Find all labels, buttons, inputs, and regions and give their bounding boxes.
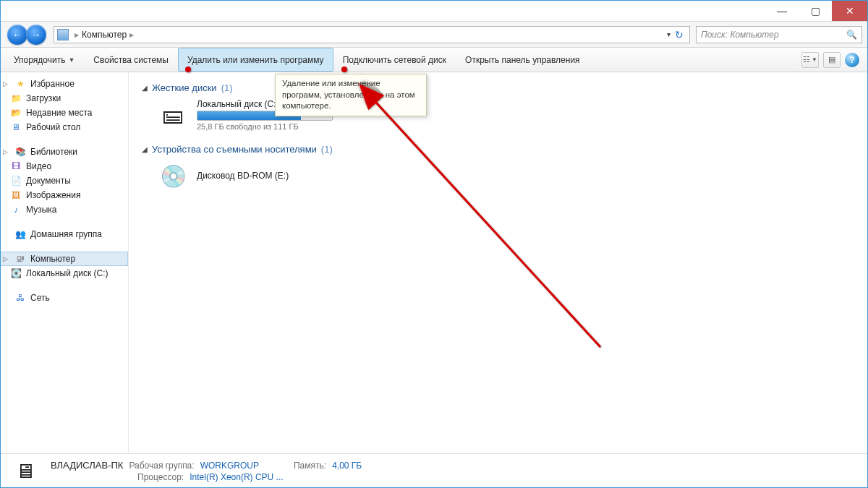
help-button[interactable]: ?	[845, 53, 859, 67]
chevron-down-icon: ▼	[812, 56, 817, 63]
recent-icon: 📂	[10, 107, 22, 119]
sidebar-homegroup[interactable]: 👥 Домашняя группа	[0, 227, 128, 241]
address-dropdown-icon[interactable]: ▾	[667, 30, 671, 38]
star-icon: ★	[14, 78, 26, 90]
breadcrumb-sep-icon: ▸	[129, 30, 134, 40]
back-button[interactable]: ←	[7, 25, 27, 45]
nav-row: ← → ▸ Компьютер ▸ ▾ ↻ Поиск: Компьютер 🔍	[0, 22, 868, 48]
arrow-left-icon: ←	[12, 29, 22, 40]
view-options-icon: ☷	[803, 55, 810, 64]
sidebar-downloads[interactable]: 📁 Загрузки	[0, 91, 128, 106]
group-label: Жесткие диски	[152, 82, 217, 93]
sidebar-item-label: Загрузки	[26, 93, 61, 103]
view-options-button[interactable]: ☷▼	[801, 52, 819, 68]
toolbar: Упорядочить▼ Свойства системы Удалить ил…	[0, 48, 868, 72]
sidebar-item-label: Изображения	[26, 190, 80, 200]
sidebar: ▷ ★ Избранное 📁 Загрузки 📂 Недавние мест…	[0, 72, 129, 453]
drive-local-c[interactable]: 🖴 Локальный диск (C:) 25,8 ГБ свободно и…	[158, 99, 855, 131]
music-icon: ♪	[10, 204, 22, 215]
optical-drive-icon: 💿	[158, 160, 188, 191]
group-count: (1)	[221, 82, 233, 93]
sidebar-music[interactable]: ♪ Музыка	[0, 202, 128, 217]
collapse-icon: ▷	[3, 255, 8, 262]
group-label: Устройства со съемными носителями	[152, 144, 317, 155]
search-input[interactable]: Поиск: Компьютер 🔍	[696, 26, 862, 43]
open-control-panel-button[interactable]: Открыть панель управления	[456, 48, 590, 72]
sidebar-item-label: Документы	[26, 176, 71, 186]
close-button[interactable]: ✕	[832, 0, 868, 21]
drive-name: Дисковод BD-ROM (E:)	[197, 171, 289, 181]
sidebar-video[interactable]: 🎞 Видео	[0, 159, 128, 174]
sidebar-local-disk-c[interactable]: 💽 Локальный диск (C:)	[0, 266, 128, 281]
documents-icon: 📄	[10, 175, 22, 187]
sidebar-item-label: Рабочий стол	[26, 122, 80, 132]
pc-name: ВЛАДИСЛАВ-ПК	[51, 460, 123, 471]
sidebar-libraries[interactable]: ▷ 📚 Библиотеки	[0, 145, 128, 159]
sidebar-item-label: Локальный диск (C:)	[26, 268, 109, 278]
folder-icon: 📁	[10, 93, 22, 104]
sidebar-documents[interactable]: 📄 Документы	[0, 174, 128, 188]
collapse-icon: ▷	[3, 80, 8, 87]
titlebar: — ▢ ✕	[0, 0, 868, 22]
sidebar-item-label: Видео	[26, 161, 51, 171]
cpu-label: Процессор:	[137, 472, 184, 482]
group-count: (1)	[321, 144, 333, 155]
sidebar-item-label: Сеть	[30, 293, 50, 303]
details-pane: 🖥 ВЛАДИСЛАВ-ПК Рабочая группа: WORKGROUP…	[0, 453, 868, 488]
group-hard-drives[interactable]: ◢ Жесткие диски (1)	[142, 82, 855, 93]
sidebar-pictures[interactable]: 🖼 Изображения	[0, 188, 128, 202]
address-bar[interactable]: ▸ Компьютер ▸ ▾ ↻	[54, 26, 690, 43]
sidebar-item-label: Домашняя группа	[30, 229, 102, 239]
tooltip: Удаление или изменение программ, установ…	[275, 74, 427, 116]
arrow-right-icon: →	[31, 29, 41, 40]
sidebar-favorites[interactable]: ▷ ★ Избранное	[0, 77, 128, 91]
maximize-button[interactable]: ▢	[799, 0, 832, 21]
minimize-button[interactable]: —	[765, 0, 799, 21]
computer-large-icon: 🖥	[10, 458, 41, 484]
sidebar-item-label: Недавние места	[26, 108, 92, 118]
forward-button[interactable]: →	[26, 25, 46, 45]
body: ▷ ★ Избранное 📁 Загрузки 📂 Недавние мест…	[0, 72, 868, 453]
sidebar-network[interactable]: 🖧 Сеть	[0, 291, 128, 305]
collapse-icon: ▷	[3, 148, 8, 155]
sidebar-item-label: Музыка	[26, 205, 56, 215]
uninstall-program-button[interactable]: Удалить или изменить программу	[178, 48, 333, 72]
workgroup-value: WORKGROUP	[200, 461, 259, 471]
hard-drive-icon: 🖴	[158, 100, 188, 130]
memory-label: Память:	[294, 461, 326, 471]
map-network-drive-button[interactable]: Подключить сетевой диск	[333, 48, 456, 72]
sidebar-computer[interactable]: ▷ 🖳 Компьютер	[0, 252, 128, 266]
memory-value: 4,00 ГБ	[332, 461, 362, 471]
refresh-icon[interactable]: ↻	[675, 29, 684, 40]
sidebar-item-label: Избранное	[30, 79, 75, 89]
homegroup-icon: 👥	[14, 228, 26, 240]
drive-icon: 💽	[10, 267, 22, 279]
preview-pane-icon: ▤	[828, 55, 835, 64]
drive-free-text: 25,8 ГБ свободно из 111 ГБ	[197, 122, 333, 131]
search-icon: 🔍	[846, 30, 857, 40]
group-removable[interactable]: ◢ Устройства со съемными носителями (1)	[142, 144, 855, 155]
help-icon: ?	[849, 55, 854, 65]
system-properties-button[interactable]: Свойства системы	[84, 48, 178, 72]
computer-icon: 🖳	[14, 253, 26, 265]
cpu-value: Intel(R) Xeon(R) CPU ...	[190, 472, 283, 482]
sidebar-item-label: Библиотеки	[30, 147, 77, 157]
computer-icon	[57, 29, 69, 40]
sidebar-item-label: Компьютер	[30, 254, 75, 264]
search-placeholder: Поиск: Компьютер	[701, 30, 846, 40]
sidebar-desktop[interactable]: 🖥 Рабочий стол	[0, 120, 128, 134]
chevron-down-icon: ▼	[68, 56, 75, 64]
sidebar-recent[interactable]: 📂 Недавние места	[0, 106, 128, 120]
breadcrumb-sep-icon: ▸	[75, 30, 79, 40]
collapse-icon: ◢	[142, 84, 148, 92]
preview-pane-button[interactable]: ▤	[823, 52, 841, 68]
pictures-icon: 🖼	[10, 189, 22, 201]
network-icon: 🖧	[14, 292, 26, 304]
drive-bd-rom[interactable]: 💿 Дисковод BD-ROM (E:)	[158, 160, 855, 191]
organize-button[interactable]: Упорядочить▼	[4, 48, 84, 72]
video-icon: 🎞	[10, 160, 22, 172]
breadcrumb-root[interactable]: Компьютер	[82, 30, 127, 40]
libraries-icon: 📚	[14, 146, 26, 158]
desktop-icon: 🖥	[10, 121, 22, 133]
content-pane: ◢ Жесткие диски (1) 🖴 Локальный диск (C:…	[129, 72, 868, 453]
